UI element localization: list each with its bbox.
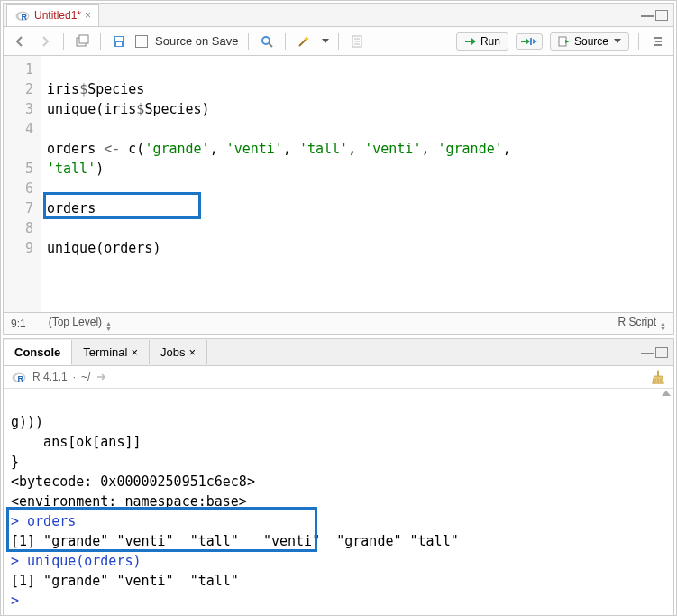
console-output[interactable]: g))) ans[ok[ans]] } <bytecode: 0x0000025…: [4, 389, 673, 616]
editor-tab[interactable]: R Untitled1* ×: [6, 4, 99, 26]
run-label: Run: [480, 35, 500, 48]
report-icon[interactable]: [348, 32, 366, 51]
clear-console-icon[interactable]: [650, 369, 666, 385]
goto-dir-icon[interactable]: [96, 372, 108, 382]
svg-rect-4: [79, 35, 88, 43]
source-label: Source: [574, 35, 608, 48]
source-dropdown[interactable]: [614, 39, 621, 43]
source-on-save-label: Source on Save: [155, 34, 239, 48]
forward-icon[interactable]: [36, 32, 54, 51]
svg-rect-17: [559, 37, 566, 46]
console-header: R R 4.1.1 · ~/: [4, 366, 673, 389]
r-file-icon: R: [14, 7, 31, 23]
svg-text:R: R: [22, 13, 28, 22]
tab-console[interactable]: Console: [4, 340, 72, 365]
source-icon: [558, 36, 571, 47]
wand-dropdown[interactable]: [322, 39, 329, 43]
r-version: R 4.1.1: [32, 371, 68, 383]
editor-statusbar: 9:1 (Top Level)▲▼ R Script▲▼: [4, 312, 673, 334]
tab-terminal[interactable]: Terminal×: [72, 340, 150, 364]
run-icon: [464, 36, 477, 47]
source-button[interactable]: Source: [550, 32, 629, 51]
show-in-new-window-icon[interactable]: [73, 32, 91, 51]
find-icon[interactable]: [258, 32, 276, 51]
editor-toolbar: Source on Save Run Source: [4, 27, 673, 56]
code-area[interactable]: iris$Species unique(iris$Species) orders…: [41, 56, 673, 312]
editor-tabbar: R Untitled1* ×: [4, 4, 673, 27]
svg-rect-7: [116, 42, 122, 46]
close-icon[interactable]: ×: [188, 345, 196, 359]
tab-title: Untitled1*: [34, 9, 81, 22]
outline-icon[interactable]: [648, 32, 666, 51]
close-icon[interactable]: ×: [131, 345, 138, 359]
scope-selector[interactable]: (Top Level)▲▼: [41, 316, 112, 332]
save-icon[interactable]: [110, 32, 128, 51]
run-button[interactable]: Run: [456, 32, 508, 51]
language-selector[interactable]: R Script▲▼: [618, 316, 666, 332]
wand-icon[interactable]: [295, 32, 313, 51]
close-tab-icon[interactable]: ×: [85, 9, 91, 22]
back-icon[interactable]: [11, 32, 29, 51]
r-logo-icon: R: [11, 369, 27, 385]
svg-rect-6: [115, 37, 123, 41]
pane-window-controls[interactable]: [641, 347, 668, 358]
tab-jobs[interactable]: Jobs×: [150, 340, 207, 364]
cursor-position: 9:1: [11, 317, 26, 330]
pane-window-controls[interactable]: [641, 10, 668, 21]
scrollbar[interactable]: [661, 389, 672, 616]
svg-text:R: R: [18, 374, 24, 383]
rerun-button[interactable]: [516, 33, 543, 50]
line-gutter: 1234 56789: [4, 56, 41, 312]
source-on-save-checkbox[interactable]: [135, 35, 148, 48]
working-dir: ~/: [81, 371, 90, 383]
code-editor[interactable]: 1234 56789 iris$Species unique(iris$Spec…: [4, 56, 673, 312]
svg-point-8: [262, 37, 270, 44]
console-tabbar: Console Terminal× Jobs×: [4, 339, 673, 366]
svg-line-9: [269, 43, 272, 47]
rerun-icon: [520, 36, 538, 47]
